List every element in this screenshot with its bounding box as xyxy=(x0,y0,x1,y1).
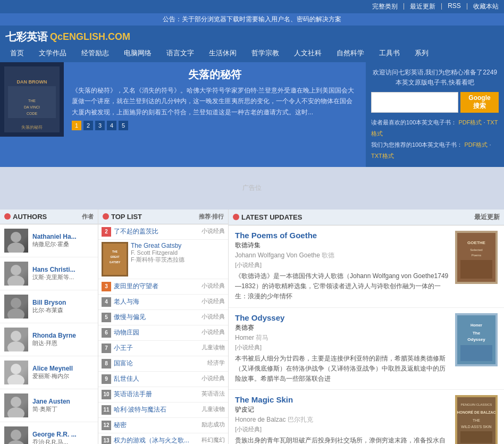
list-item[interactable]: The Poems of Goethe 歌德诗集 Johann Wolfgang… xyxy=(229,225,504,308)
main-nav: 首页 文学作品 经管励志 电脑网络 语言文字 生活休闲 哲学宗教 人文社科 自然… xyxy=(0,44,504,62)
svg-point-20 xyxy=(11,430,21,440)
svg-point-8 xyxy=(11,232,21,242)
hero-pages[interactable]: 1 2 3 4 5 xyxy=(72,121,358,130)
avatar xyxy=(4,393,28,417)
svg-point-12 xyxy=(11,298,21,308)
list-item[interactable]: 2 了不起的盖茨比 小说经典 xyxy=(98,224,228,240)
svg-point-14 xyxy=(11,331,21,341)
page-2[interactable]: 2 xyxy=(83,121,93,130)
book-author: Homer 荷马 xyxy=(235,333,450,342)
nav-series[interactable]: 系列 xyxy=(407,44,436,62)
list-item[interactable]: 3 麦田里的守望者 小说经典 xyxy=(98,279,228,295)
list-item[interactable]: 8 国富论 经济学 xyxy=(98,356,228,372)
ad-area: 广告位 xyxy=(0,167,504,210)
list-item[interactable]: THE GREAT GATSBY The Great Gatsby F. Sco… xyxy=(98,240,228,279)
author-item[interactable]: Hans Christi... 汉斯·克里斯等... xyxy=(0,257,98,290)
list-item[interactable]: 13 权力的游戏（冰与火之歌... 科幻魔幻 xyxy=(98,433,228,444)
search-row: Google 搜索 xyxy=(371,92,499,113)
list-item[interactable]: 12 秘密 励志成功 xyxy=(98,418,228,433)
book-author: Johann Wolfgang Von Goethe 歌德 xyxy=(235,251,450,260)
rank-number: 12 xyxy=(102,421,111,430)
topbar-link-recent[interactable]: 最近更新 xyxy=(410,2,435,11)
book-title-en: The Great Gatsby xyxy=(131,242,225,249)
nav-literature[interactable]: 文学作品 xyxy=(31,44,74,62)
nav-science[interactable]: 自然科学 xyxy=(329,44,372,62)
book-title-cn: 歌德诗集 xyxy=(235,241,450,250)
book-title: 哈利·波特与魔法石 xyxy=(114,405,199,414)
nav-management[interactable]: 经管励志 xyxy=(74,44,116,62)
rank-number: 7 xyxy=(102,344,111,353)
hero-section: DAN BROWN THE DA VINCI CODE 失落的秘符 失落的秘符 … xyxy=(0,62,504,167)
nav-language[interactable]: 语言文字 xyxy=(159,44,201,62)
nav-tools[interactable]: 工具书 xyxy=(372,44,407,62)
nav-humanities[interactable]: 人文社科 xyxy=(287,44,329,62)
author-name-en: Rhonda Byrne xyxy=(32,332,94,339)
topbar-link-rss[interactable]: RSS xyxy=(448,2,461,11)
author-item[interactable]: Jane Austen 简·奥斯丁 xyxy=(0,389,98,422)
notice-bar: 公告：关于部分浏览器下载时需要输入用户名、密码的解决方案 xyxy=(0,13,504,26)
list-item[interactable]: The Odyssey 奥德赛 Homer 荷马 [小说经典] 本书被后人细分为… xyxy=(229,308,504,390)
nav-home[interactable]: 首页 xyxy=(3,44,31,62)
svg-point-10 xyxy=(11,265,21,275)
topbar-link-categories[interactable]: 完整类别 xyxy=(372,2,398,11)
author-name-cn: 纳撒尼尔·霍桑 xyxy=(32,240,94,248)
svg-text:CODE: CODE xyxy=(27,112,38,115)
author-item[interactable]: Nathaniel Ha... 纳撒尼尔·霍桑 xyxy=(0,224,98,257)
book-title-en: The Poems of Goethe xyxy=(235,231,450,240)
search-input[interactable] xyxy=(371,92,458,113)
book-tag: 英语语法 xyxy=(201,390,225,398)
avatar xyxy=(4,262,28,286)
list-item[interactable]: 11 哈利·波特与魔法石 儿童读物 xyxy=(98,403,228,418)
rank-number: 8 xyxy=(102,359,111,368)
hero-title: 失落的秘符 xyxy=(72,68,358,82)
pdf-link-2[interactable]: PDF格式 xyxy=(464,141,488,148)
main-content: AUTHORS 作者 Nathaniel Ha... 纳撒尼尔·霍桑 Hans … xyxy=(0,210,504,444)
logo-chinese: 七彩英语 xyxy=(5,30,48,44)
book-title: 小王子 xyxy=(114,344,199,353)
site-logo[interactable]: 七彩英语 QcENGLISH.COM xyxy=(5,30,130,44)
search-button[interactable]: Google 搜索 xyxy=(460,92,499,113)
author-item[interactable]: Rhonda Byrne 朗达·拜恩 xyxy=(0,323,98,356)
svg-text:Selected: Selected xyxy=(470,248,482,252)
topbar-link-bookmark[interactable]: 收藏本站 xyxy=(473,2,499,11)
avatar xyxy=(4,328,28,351)
svg-rect-45 xyxy=(460,431,492,443)
pdf-link-1[interactable]: PDF格式 xyxy=(458,119,482,125)
pdf-links-line1: 读者最喜欢的100本英文电子书： PDF格式 · TXT格式 xyxy=(371,117,499,139)
latest-dot xyxy=(233,214,239,220)
nav-philosophy[interactable]: 哲学宗教 xyxy=(244,44,287,62)
list-item[interactable]: 9 乱世佳人 小说经典 xyxy=(98,372,228,387)
book-title: 权力的游戏（冰与火之歌... xyxy=(114,436,199,444)
book-title: 国富论 xyxy=(114,359,205,368)
list-item[interactable]: 4 老人与海 小说经典 xyxy=(98,295,228,310)
hero-book-cover[interactable]: DAN BROWN THE DA VINCI CODE 失落的秘符 xyxy=(0,62,64,137)
page-1[interactable]: 1 xyxy=(72,121,81,130)
txt-link-2[interactable]: TXT格式 xyxy=(371,153,394,159)
list-item[interactable]: 7 小王子 儿童读物 xyxy=(98,341,228,356)
hero-text: 《失落的秘符》，又名《消失的符号》。哈佛大学符号学家罗伯特·兰登意外受邀在晚上到… xyxy=(72,85,358,118)
svg-rect-32 xyxy=(460,260,492,279)
svg-text:Homer: Homer xyxy=(471,323,482,327)
list-item[interactable]: The Magic Skin 驴皮记 Honore de Balzac 巴尔扎克… xyxy=(229,390,504,444)
page-4[interactable]: 4 xyxy=(107,121,116,130)
hero-content: 失落的秘符 《失落的秘符》，又名《消失的符号》。哈佛大学符号学家罗伯特·兰登意外… xyxy=(64,62,366,167)
toplist-column: TOP LIST 推荐·排行 2 了不起的盖茨比 小说经典 THE GREAT … xyxy=(98,210,229,444)
book-tag: [小说经典] xyxy=(235,425,450,433)
author-item[interactable]: George R.R. ... 乔治·R.R.马... xyxy=(0,422,98,444)
svg-rect-38 xyxy=(460,345,492,361)
page-5[interactable]: 5 xyxy=(119,121,128,130)
list-item[interactable]: 5 傲慢与偏见 小说经典 xyxy=(98,310,228,325)
author-item[interactable]: Alice Meynell 爱丽斯·梅内尔 xyxy=(0,356,98,389)
svg-point-16 xyxy=(11,364,21,374)
svg-text:GOETHE: GOETHE xyxy=(467,240,485,245)
nav-lifestyle[interactable]: 生活休闲 xyxy=(201,44,244,62)
page-3[interactable]: 3 xyxy=(95,121,105,130)
book-author: F. Scott Fitzgerald xyxy=(131,249,225,256)
book-title: 乱世佳人 xyxy=(114,374,199,383)
svg-text:PENGUIN CLASSICS: PENGUIN CLASSICS xyxy=(461,403,492,406)
nav-computer[interactable]: 电脑网络 xyxy=(116,44,159,62)
author-item[interactable]: Bill Bryson 比尔·布莱森 xyxy=(0,290,98,323)
list-item[interactable]: 10 英语语法手册 英语语法 xyxy=(98,387,228,403)
book-title: 秘密 xyxy=(114,421,199,430)
list-item[interactable]: 6 动物庄园 小说经典 xyxy=(98,325,228,341)
